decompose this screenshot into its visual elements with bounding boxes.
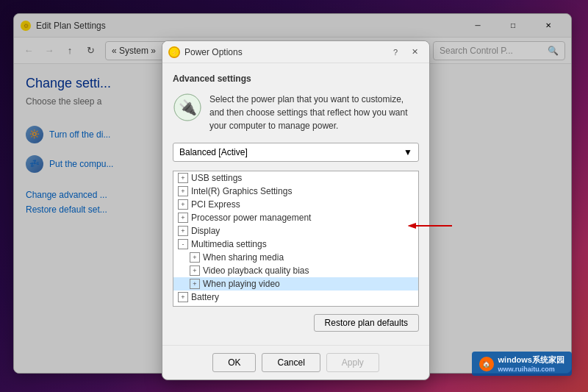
multimedia-label: Multimedia settings [191, 239, 267, 249]
processor-label: Processor power management [191, 213, 311, 223]
settings-tree[interactable]: + USB settings + Intel(R) Graphics Setti… [173, 171, 419, 307]
svg-text:🔌: 🔌 [179, 99, 197, 116]
cancel-button[interactable]: Cancel [262, 353, 320, 372]
tree-item-sharing[interactable]: + When sharing media [173, 251, 418, 264]
dropdown-value: Balanced [Active] [179, 147, 248, 157]
tree-item-video-quality[interactable]: + Video playback quality bias [173, 264, 418, 277]
battery-expander[interactable]: + [178, 292, 188, 302]
modal-titlebar: ⚡ Power Options ? ✕ [162, 41, 429, 63]
watermark: 🏠 windows系统家园 www.ruihaitu.com [472, 352, 572, 376]
display-label: Display [191, 226, 220, 236]
ok-button[interactable]: OK [212, 353, 256, 372]
tree-item-battery[interactable]: + Battery [173, 291, 418, 304]
tree-item-processor[interactable]: + Processor power management [173, 211, 418, 224]
pci-label: PCI Express [191, 199, 240, 210]
modal-footer: Restore plan defaults [173, 314, 419, 332]
modal-description-text: Select the power plan that you want to c… [209, 93, 419, 132]
watermark-content: windows系统家园 www.ruihaitu.com [498, 354, 564, 373]
intel-expander[interactable]: + [178, 186, 188, 196]
tree-item-playing-video[interactable]: + When playing video [173, 277, 418, 291]
playing-video-expander[interactable]: + [190, 279, 200, 289]
svg-text:⚡: ⚡ [171, 49, 179, 57]
playing-video-label: When playing video [203, 279, 280, 289]
sharing-expander[interactable]: + [190, 252, 200, 263]
tree-item-multimedia[interactable]: - Multimedia settings [173, 238, 418, 251]
modal-action-buttons: OK Cancel Apply [162, 345, 429, 379]
video-quality-expander[interactable]: + [190, 266, 200, 276]
power-options-modal: ⚡ Power Options ? ✕ Advanced settings 🔌 … [162, 40, 430, 380]
tree-item-usb[interactable]: + USB settings [173, 171, 418, 185]
plan-dropdown-row: Balanced [Active] ▼ [173, 143, 419, 162]
watermark-logo-icon: 🏠 [479, 357, 494, 371]
plan-dropdown[interactable]: Balanced [Active] ▼ [173, 143, 419, 162]
annotation-arrow [408, 217, 459, 235]
battery-label: Battery [191, 292, 219, 302]
modal-body: Advanced settings 🔌 Select the power pla… [162, 63, 429, 345]
modal-title: Power Options [184, 47, 387, 57]
power-illustration: 🔌 [173, 93, 202, 122]
modal-win-controls: ? ✕ [387, 43, 423, 61]
video-quality-label: Video playback quality bias [203, 266, 309, 276]
modal-close-button[interactable]: ✕ [406, 43, 423, 61]
tree-item-pci[interactable]: + PCI Express [173, 198, 418, 211]
apply-button[interactable]: Apply [326, 353, 379, 372]
modal-description: 🔌 Select the power plan that you want to… [173, 93, 419, 132]
modal-help-button[interactable]: ? [387, 43, 404, 61]
processor-expander[interactable]: + [178, 213, 188, 223]
power-options-icon: ⚡ [168, 46, 180, 58]
watermark-sub-text: www.ruihaitu.com [498, 366, 564, 373]
display-expander[interactable]: + [178, 226, 188, 236]
multimedia-expander[interactable]: - [178, 239, 188, 249]
tree-item-intel[interactable]: + Intel(R) Graphics Settings [173, 185, 418, 198]
pci-expander[interactable]: + [178, 199, 188, 210]
sharing-label: When sharing media [203, 252, 284, 263]
intel-label: Intel(R) Graphics Settings [191, 186, 292, 196]
watermark-text: windows系统家园 [498, 354, 564, 366]
dropdown-arrow-icon: ▼ [404, 147, 412, 157]
usb-expander[interactable]: + [178, 173, 188, 183]
usb-label: USB settings [191, 173, 242, 183]
tree-item-display[interactable]: + Display [173, 224, 418, 238]
restore-plan-defaults-button[interactable]: Restore plan defaults [314, 314, 419, 332]
advanced-settings-header: Advanced settings [173, 74, 419, 84]
